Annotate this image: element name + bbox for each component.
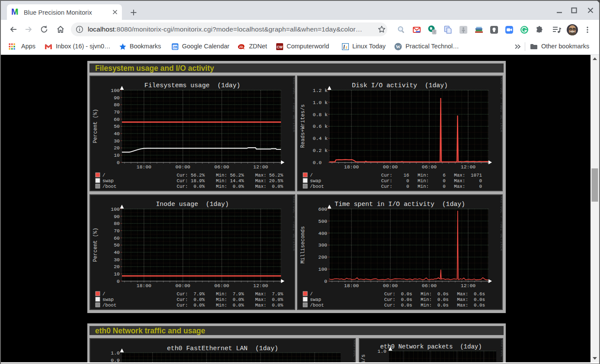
svg-text:/boot: /boot (310, 184, 324, 189)
svg-text:Cur: 0.0s Min: 0.0s Max:: Cur: 0.0s Min: 0.0s Max: 0.6s (384, 291, 485, 297)
svg-text:0.6 k: 0.6 k (313, 123, 328, 129)
svg-text:300: 300 (318, 242, 327, 248)
svg-text:100: 100 (111, 206, 120, 212)
svg-text:00:00: 00:00 (176, 164, 191, 170)
svg-text:Percent (%): Percent (%) (93, 228, 99, 262)
svg-text:06:00: 06:00 (422, 283, 437, 288)
svg-text:0.2 k: 0.2 k (313, 148, 328, 153)
svg-text:18:00: 18:00 (344, 164, 359, 170)
svg-text:Milliseconds: Milliseconds (300, 226, 306, 263)
svg-text:CW: CW (277, 45, 283, 49)
svg-text:06:00: 06:00 (422, 164, 437, 170)
svg-text:18:00: 18:00 (137, 283, 152, 288)
svg-text:100: 100 (111, 88, 120, 93)
svg-text:90: 90 (114, 214, 120, 219)
svg-text:Cur: 0.0s Min: 0.0s Max:: Cur: 0.0s Min: 0.0s Max: 0.0s (384, 297, 485, 302)
svg-text:70: 70 (114, 109, 120, 115)
svg-text:0.9: 0.9 (111, 358, 120, 363)
svg-text:06:00: 06:00 (214, 283, 230, 288)
svg-text:/: / (102, 173, 105, 178)
svg-text:10: 10 (114, 271, 120, 277)
svg-text:0.0: 0.0 (313, 160, 328, 165)
svg-text:Cur: 0.0% Min: 0.0% Ma: Cur: 0.0% Min: 0.0% Max: 0.0% (177, 297, 284, 302)
svg-text:/: / (102, 291, 105, 297)
svg-text:60: 60 (114, 117, 120, 122)
svg-text:0: 0 (324, 279, 327, 284)
svg-text:28: 28 (173, 45, 177, 49)
svg-text:1.2 k: 1.2 k (313, 88, 328, 93)
svg-text:RRDTOOL / TOBI OETIKER: RRDTOOL / TOBI OETIKER (292, 77, 295, 133)
svg-text:80: 80 (114, 221, 120, 226)
svg-text:50: 50 (114, 242, 120, 248)
svg-text:Percent (%): Percent (%) (93, 109, 99, 143)
svg-text:1.0 k: 1.0 k (313, 100, 328, 105)
svg-text:12:00: 12:00 (253, 164, 268, 170)
svg-text:12:00: 12:00 (253, 283, 268, 288)
svg-text:500: 500 (318, 218, 327, 224)
svg-text:RRDTOOL / TOBI OETIKER: RRDTOOL / TOBI OETIKER (499, 77, 503, 133)
svg-text:40: 40 (114, 250, 120, 255)
svg-text:/boot: /boot (102, 184, 116, 189)
svg-text:ZD: ZD (239, 45, 243, 48)
svg-text:40: 40 (114, 131, 120, 136)
svg-text:Cur: 0.0% Min: 0.0% Ma: Cur: 0.0% Min: 0.0% Max: 0.0% (177, 184, 284, 189)
svg-text:swap: swap (102, 297, 114, 302)
svg-text:eth0 Network packets (1day): eth0 Network packets (1day) (380, 343, 482, 350)
svg-text:0.8 k: 0.8 k (313, 112, 328, 117)
svg-text:W: W (396, 44, 401, 49)
svg-text:50: 50 (114, 123, 120, 129)
svg-text:60: 60 (114, 235, 120, 241)
svg-text:swap: swap (310, 297, 321, 302)
svg-text:Cur: 0 Min: 0 Max:: Cur: 0 Min: 0 Max: 0 (381, 178, 482, 184)
svg-text:eth0 FastEthernet LAN (1day): eth0 FastEthernet LAN (1day) (167, 345, 278, 352)
svg-text:30: 30 (114, 257, 120, 263)
svg-text:00:00: 00:00 (383, 283, 398, 288)
svg-text:Cur: 18.9% Min: 14.4% Ma: Cur: 18.9% Min: 14.4% Max: 20.5% (177, 178, 284, 184)
svg-text:Cur: 0 Min: 0 Max:: Cur: 0 Min: 0 Max: 0 (381, 184, 482, 189)
svg-text:10: 10 (114, 152, 120, 158)
svg-text:00:00: 00:00 (176, 283, 191, 288)
svg-text:06:00: 06:00 (214, 164, 230, 170)
svg-text:200: 200 (318, 254, 327, 260)
svg-text:Cur: 56.2% Min: 56.2% Ma: Cur: 56.2% Min: 56.2% Max: 56.2% (177, 173, 284, 178)
svg-text:RRDTOOL / TOBI OETIKER: RRDTOOL / TOBI OETIKER (500, 340, 503, 362)
svg-text:0.4 k: 0.4 k (313, 136, 328, 141)
svg-text:70: 70 (114, 228, 120, 234)
svg-text:12:00: 12:00 (461, 283, 476, 288)
svg-text:Packets/s: Packets/s (361, 355, 367, 362)
svg-text:18:00: 18:00 (344, 283, 359, 288)
svg-text:Inode usage (1day): Inode usage (1day) (156, 201, 229, 208)
svg-text:0: 0 (117, 279, 120, 284)
svg-text:RRDTOOL / TOBI OETIKER: RRDTOOL / TOBI OETIKER (499, 196, 503, 251)
svg-text:400: 400 (318, 231, 327, 236)
svg-text:0: 0 (117, 160, 120, 165)
svg-text:100: 100 (318, 266, 327, 272)
svg-text:Time spent in I/O activity (1: Time spent in I/O activity (1day) (335, 201, 465, 208)
svg-text:Reads+Writes/s: Reads+Writes/s (300, 104, 306, 148)
svg-text:/: / (310, 173, 313, 178)
svg-text:Cur: 0.0% Min: 0.0% Ma: Cur: 0.0% Min: 0.0% Max: 0.0% (177, 303, 284, 308)
svg-text:Cur: 0.0s Min: 0.0s Max:: Cur: 0.0s Min: 0.0s Max: 0.0s (384, 303, 485, 308)
svg-text:?: ? (433, 30, 435, 34)
svg-text:12:00: 12:00 (461, 164, 476, 170)
svg-text:00:00: 00:00 (383, 164, 398, 170)
svg-text:1.0: 1.0 (377, 348, 386, 354)
svg-text:20: 20 (114, 145, 120, 151)
svg-text:Filesystems usage (1day): Filesystems usage (1day) (144, 82, 240, 89)
svg-text:80: 80 (114, 102, 120, 108)
svg-text:swap: swap (310, 178, 321, 184)
svg-text:RRDTOOL / TOBI OETIKER: RRDTOOL / TOBI OETIKER (292, 196, 295, 251)
svg-text:/boot: /boot (102, 303, 116, 308)
svg-text:18:00: 18:00 (137, 164, 152, 170)
svg-text:/: / (310, 291, 313, 297)
svg-text:1.0: 1.0 (111, 350, 120, 356)
svg-text:30: 30 (114, 138, 120, 144)
svg-text:Cur: 7.9% Min: 7.9% Ma: Cur: 7.9% Min: 7.9% Max: 7.9% (177, 291, 284, 297)
svg-text:20: 20 (114, 264, 120, 269)
svg-text:RRDTOOL / TOBI OETIKER: RRDTOOL / TOBI OETIKER (352, 340, 356, 362)
svg-text:/boot: /boot (310, 303, 324, 308)
svg-text:Cur: 16 Min: 6 Max:: Cur: 16 Min: 6 Max: 1071 (381, 173, 482, 178)
svg-text:swap: swap (102, 178, 114, 184)
svg-text:Disk I/O activity (1day): Disk I/O activity (1day) (352, 82, 448, 89)
svg-text:90: 90 (114, 95, 120, 101)
